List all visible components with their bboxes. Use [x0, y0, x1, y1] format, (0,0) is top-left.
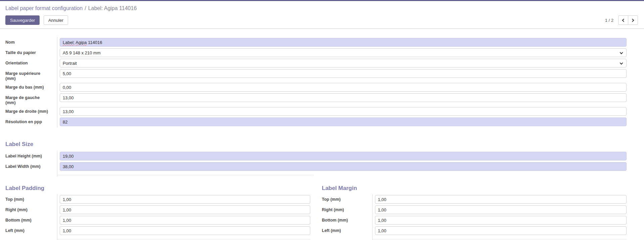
section-title-label-margin: Label Margin	[322, 185, 627, 192]
record-pager: 1 / 2	[605, 15, 638, 25]
label-margin-column: Label Margin Top (mm) 1,00 Right (mm) 1,…	[322, 175, 627, 239]
margin-left-field[interactable]: 1,00	[375, 226, 627, 235]
marge-superieure-field[interactable]: 5,00	[60, 69, 627, 78]
orientation-label: Orientation	[5, 59, 57, 67]
field-row-padding-top: Top (mm) 1,00	[5, 195, 310, 204]
chevron-right-icon	[631, 18, 634, 22]
pager-next-button[interactable]	[628, 15, 638, 25]
control-panel: Label paper format configuration/Label: …	[0, 1, 644, 25]
padding-right-field[interactable]: 1,00	[60, 205, 310, 214]
taille-du-papier-select[interactable]: A5 9 148 x 210 mm	[60, 48, 627, 57]
field-row-padding-bottom: Bottom (mm) 1,00	[5, 216, 310, 225]
field-row-marge-de-gauche: Marge de gauche (mm) 13,00	[5, 93, 627, 105]
resolution-field[interactable]: 82	[60, 117, 627, 126]
form-action-buttons: Sauvegarder Annuler	[5, 15, 68, 25]
group-paper-format: Nom Label: Agipa 114016 Taille du papier…	[5, 38, 627, 126]
label-width-field[interactable]: 38,00	[60, 162, 627, 171]
label-padding-column: Label Padding Top (mm) 1,00 Right (mm) 1…	[5, 175, 310, 239]
label-height-field[interactable]: 19,00	[60, 152, 627, 160]
taille-du-papier-label: Taille du papier	[5, 48, 57, 57]
form-sheet: Nom Label: Agipa 114016 Taille du papier…	[0, 29, 644, 239]
label-width-label: Label Width (mm)	[5, 162, 57, 171]
pager-counter: 1 / 2	[605, 18, 613, 23]
chevron-left-icon	[622, 18, 626, 22]
padding-left-field[interactable]: 1,00	[60, 226, 310, 235]
field-row-resolution: Résolution en ppp 82	[5, 117, 627, 126]
breadcrumb-parent-link[interactable]: Label paper format configuration	[5, 5, 83, 11]
margin-right-label: Right (mm)	[322, 205, 372, 214]
group-label-size: Label Height (mm) 19,00 Label Width (mm)…	[5, 152, 627, 175]
margin-left-label: Left (mm)	[322, 226, 372, 235]
field-row-margin-left: Left (mm) 1,00	[322, 226, 627, 235]
marge-de-droite-label: Marge de droite (mm)	[5, 107, 57, 116]
field-row-orientation: Orientation Portrait	[5, 59, 627, 67]
resolution-label: Résolution en ppp	[5, 117, 57, 126]
breadcrumb-current: Label: Agipa 114016	[88, 5, 137, 11]
margin-bottom-label: Bottom (mm)	[322, 216, 372, 225]
field-row-margin-bottom: Bottom (mm) 1,00	[322, 216, 627, 225]
field-row-nom: Nom Label: Agipa 114016	[5, 38, 627, 47]
field-row-marge-du-bas: Marge du bas (mm) 0,00	[5, 83, 627, 92]
marge-du-bas-label: Marge du bas (mm)	[5, 83, 57, 92]
field-row-marge-superieure: Marge supérieure (mm) 5,00	[5, 69, 627, 81]
padding-bottom-field[interactable]: 1,00	[60, 216, 310, 225]
pager-previous-button[interactable]	[618, 15, 628, 25]
marge-de-droite-field[interactable]: 13,00	[60, 107, 627, 116]
group-label-padding: Top (mm) 1,00 Right (mm) 1,00 Bottom (mm…	[5, 195, 310, 239]
marge-de-gauche-field[interactable]: 13,00	[60, 93, 627, 102]
cancel-button[interactable]: Annuler	[44, 15, 68, 25]
margin-top-label: Top (mm)	[322, 195, 372, 204]
padding-top-label: Top (mm)	[5, 195, 57, 204]
field-row-label-height: Label Height (mm) 19,00	[5, 152, 627, 160]
save-button[interactable]: Sauvegarder	[5, 15, 40, 25]
field-row-padding-left: Left (mm) 1,00	[5, 226, 310, 235]
chevron-down-icon	[620, 61, 623, 65]
padding-bottom-label: Bottom (mm)	[5, 216, 57, 225]
margin-right-field[interactable]: 1,00	[375, 205, 627, 214]
orientation-select[interactable]: Portrait	[60, 59, 627, 67]
breadcrumb-separator: /	[85, 5, 86, 11]
field-row-marge-de-droite: Marge de droite (mm) 13,00	[5, 107, 627, 116]
padding-left-label: Left (mm)	[5, 226, 57, 235]
padding-top-field[interactable]: 1,00	[60, 195, 310, 204]
marge-superieure-label: Marge supérieure (mm)	[5, 69, 57, 81]
margin-top-field[interactable]: 1,00	[375, 195, 627, 204]
field-row-margin-right: Right (mm) 1,00	[322, 205, 627, 214]
field-row-label-width: Label Width (mm) 38,00	[5, 162, 627, 171]
nom-field[interactable]: Label: Agipa 114016	[60, 38, 627, 47]
label-height-label: Label Height (mm)	[5, 152, 57, 160]
padding-right-label: Right (mm)	[5, 205, 57, 214]
section-title-label-padding: Label Padding	[5, 185, 310, 192]
nom-label: Nom	[5, 38, 57, 47]
chevron-down-icon	[620, 51, 623, 54]
breadcrumb: Label paper format configuration/Label: …	[5, 5, 639, 12]
field-row-padding-right: Right (mm) 1,00	[5, 205, 310, 214]
margin-bottom-field[interactable]: 1,00	[375, 216, 627, 225]
marge-du-bas-field[interactable]: 0,00	[60, 83, 627, 92]
group-label-margin: Top (mm) 1,00 Right (mm) 1,00 Bottom (mm…	[322, 195, 627, 239]
marge-de-gauche-label: Marge de gauche (mm)	[5, 93, 57, 105]
field-row-taille-du-papier: Taille du papier A5 9 148 x 210 mm	[5, 48, 627, 57]
section-title-label-size: Label Size	[5, 141, 627, 148]
field-row-margin-top: Top (mm) 1,00	[322, 195, 627, 204]
